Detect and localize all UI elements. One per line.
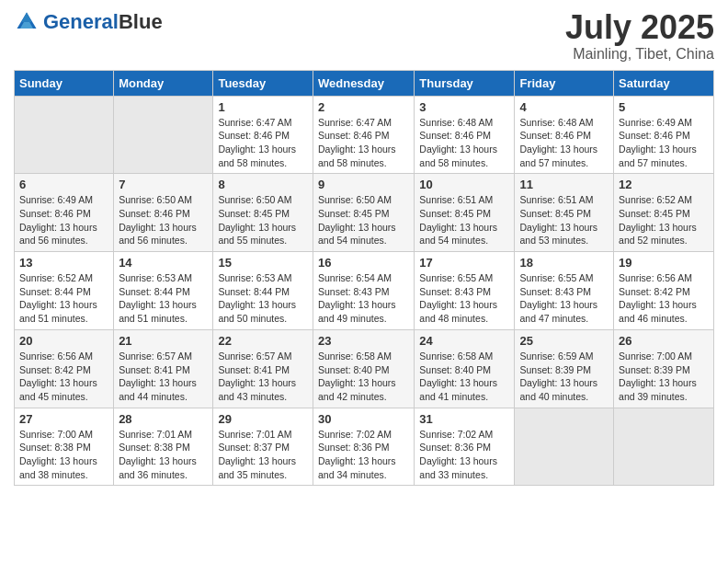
day-info: Sunrise: 6:56 AM Sunset: 8:42 PM Dayligh… (19, 350, 108, 404)
calendar-cell: 11Sunrise: 6:51 AM Sunset: 8:45 PM Dayli… (515, 174, 614, 252)
logo: GeneralBlue (14, 9, 163, 35)
calendar-cell: 28Sunrise: 7:01 AM Sunset: 8:38 PM Dayli… (114, 408, 213, 486)
page-header: GeneralBlue July 2025 Mainling, Tibet, C… (14, 9, 714, 63)
day-number: 8 (218, 178, 308, 191)
calendar-cell: 3Sunrise: 6:48 AM Sunset: 8:46 PM Daylig… (415, 96, 515, 174)
day-number: 12 (619, 178, 709, 191)
day-info: Sunrise: 6:58 AM Sunset: 8:40 PM Dayligh… (318, 350, 409, 404)
calendar-cell: 1Sunrise: 6:47 AM Sunset: 8:46 PM Daylig… (213, 96, 313, 174)
day-number: 14 (119, 256, 208, 270)
day-number: 16 (318, 256, 409, 270)
main-title: July 2025 (565, 9, 714, 46)
day-number: 22 (218, 334, 308, 348)
day-info: Sunrise: 6:56 AM Sunset: 8:42 PM Dayligh… (619, 271, 709, 326)
calendar-cell (515, 408, 614, 486)
day-number: 18 (519, 256, 609, 270)
day-info: Sunrise: 6:49 AM Sunset: 8:46 PM Dayligh… (19, 193, 108, 247)
day-header-monday: Monday (114, 70, 213, 96)
calendar-cell: 4Sunrise: 6:48 AM Sunset: 8:46 PM Daylig… (515, 96, 614, 174)
day-header-tuesday: Tuesday (213, 70, 313, 96)
day-number: 30 (318, 412, 409, 426)
day-header-row: SundayMondayTuesdayWednesdayThursdayFrid… (15, 70, 714, 96)
day-number: 2 (318, 100, 409, 114)
day-info: Sunrise: 7:02 AM Sunset: 8:36 PM Dayligh… (318, 428, 409, 482)
week-row-1: 1Sunrise: 6:47 AM Sunset: 8:46 PM Daylig… (15, 96, 714, 174)
logo-general: General (43, 10, 119, 33)
day-info: Sunrise: 6:50 AM Sunset: 8:45 PM Dayligh… (218, 193, 308, 247)
calendar-cell: 29Sunrise: 7:01 AM Sunset: 8:37 PM Dayli… (213, 408, 313, 486)
day-info: Sunrise: 6:57 AM Sunset: 8:41 PM Dayligh… (119, 350, 208, 404)
calendar-cell: 30Sunrise: 7:02 AM Sunset: 8:36 PM Dayli… (313, 408, 414, 486)
day-header-friday: Friday (515, 70, 614, 96)
day-number: 13 (19, 256, 108, 270)
calendar-cell (614, 408, 714, 486)
day-number: 17 (419, 256, 509, 270)
title-block: July 2025 Mainling, Tibet, China (565, 9, 714, 63)
day-info: Sunrise: 7:00 AM Sunset: 8:38 PM Dayligh… (19, 428, 108, 482)
calendar-cell: 20Sunrise: 6:56 AM Sunset: 8:42 PM Dayli… (15, 329, 114, 408)
calendar-cell: 12Sunrise: 6:52 AM Sunset: 8:45 PM Dayli… (614, 174, 714, 252)
day-number: 24 (419, 334, 509, 348)
day-info: Sunrise: 6:49 AM Sunset: 8:46 PM Dayligh… (619, 116, 709, 170)
day-number: 15 (218, 256, 308, 270)
day-header-saturday: Saturday (614, 70, 714, 96)
day-number: 11 (519, 178, 609, 191)
logo-text: GeneralBlue (43, 12, 163, 32)
day-info: Sunrise: 6:51 AM Sunset: 8:45 PM Dayligh… (519, 193, 609, 247)
day-info: Sunrise: 6:52 AM Sunset: 8:44 PM Dayligh… (19, 271, 108, 326)
calendar-cell: 15Sunrise: 6:53 AM Sunset: 8:44 PM Dayli… (213, 252, 313, 330)
day-info: Sunrise: 6:51 AM Sunset: 8:45 PM Dayligh… (419, 193, 509, 247)
calendar-cell: 17Sunrise: 6:55 AM Sunset: 8:43 PM Dayli… (415, 252, 515, 330)
calendar-cell: 16Sunrise: 6:54 AM Sunset: 8:43 PM Dayli… (313, 252, 414, 330)
day-info: Sunrise: 6:47 AM Sunset: 8:46 PM Dayligh… (218, 116, 308, 170)
day-number: 29 (218, 412, 308, 426)
calendar-cell: 21Sunrise: 6:57 AM Sunset: 8:41 PM Dayli… (114, 329, 213, 408)
day-info: Sunrise: 6:48 AM Sunset: 8:46 PM Dayligh… (519, 116, 609, 170)
calendar-cell: 5Sunrise: 6:49 AM Sunset: 8:46 PM Daylig… (614, 96, 714, 174)
day-info: Sunrise: 7:00 AM Sunset: 8:39 PM Dayligh… (619, 350, 709, 404)
calendar-header: SundayMondayTuesdayWednesdayThursdayFrid… (15, 70, 714, 96)
day-info: Sunrise: 6:55 AM Sunset: 8:43 PM Dayligh… (519, 271, 609, 326)
day-number: 31 (419, 412, 509, 426)
day-info: Sunrise: 7:01 AM Sunset: 8:38 PM Dayligh… (119, 428, 208, 482)
day-number: 19 (619, 256, 709, 270)
day-number: 21 (119, 334, 208, 348)
calendar-cell: 23Sunrise: 6:58 AM Sunset: 8:40 PM Dayli… (313, 329, 414, 408)
calendar-cell: 19Sunrise: 6:56 AM Sunset: 8:42 PM Dayli… (614, 252, 714, 330)
day-info: Sunrise: 6:59 AM Sunset: 8:39 PM Dayligh… (519, 350, 609, 404)
day-info: Sunrise: 6:50 AM Sunset: 8:46 PM Dayligh… (119, 193, 208, 247)
logo-icon (14, 9, 40, 35)
day-number: 27 (19, 412, 108, 426)
svg-marker-2 (21, 13, 31, 23)
calendar-cell: 31Sunrise: 7:02 AM Sunset: 8:36 PM Dayli… (415, 408, 515, 486)
day-info: Sunrise: 6:57 AM Sunset: 8:41 PM Dayligh… (218, 350, 308, 404)
calendar-cell: 7Sunrise: 6:50 AM Sunset: 8:46 PM Daylig… (114, 174, 213, 252)
calendar-cell: 22Sunrise: 6:57 AM Sunset: 8:41 PM Dayli… (213, 329, 313, 408)
day-info: Sunrise: 6:48 AM Sunset: 8:46 PM Dayligh… (419, 116, 509, 170)
day-info: Sunrise: 6:50 AM Sunset: 8:45 PM Dayligh… (318, 193, 409, 247)
week-row-3: 13Sunrise: 6:52 AM Sunset: 8:44 PM Dayli… (15, 252, 714, 330)
calendar-body: 1Sunrise: 6:47 AM Sunset: 8:46 PM Daylig… (15, 96, 714, 486)
calendar-cell: 13Sunrise: 6:52 AM Sunset: 8:44 PM Dayli… (15, 252, 114, 330)
calendar-cell: 24Sunrise: 6:58 AM Sunset: 8:40 PM Dayli… (415, 329, 515, 408)
calendar-cell: 6Sunrise: 6:49 AM Sunset: 8:46 PM Daylig… (15, 174, 114, 252)
day-info: Sunrise: 6:58 AM Sunset: 8:40 PM Dayligh… (419, 350, 509, 404)
week-row-2: 6Sunrise: 6:49 AM Sunset: 8:46 PM Daylig… (15, 174, 714, 252)
calendar-cell (114, 96, 213, 174)
day-number: 25 (519, 334, 609, 348)
day-header-wednesday: Wednesday (313, 70, 414, 96)
day-info: Sunrise: 6:47 AM Sunset: 8:46 PM Dayligh… (318, 116, 409, 170)
day-header-sunday: Sunday (15, 70, 114, 96)
day-number: 3 (419, 100, 509, 114)
week-row-5: 27Sunrise: 7:00 AM Sunset: 8:38 PM Dayli… (15, 408, 714, 486)
day-number: 20 (19, 334, 108, 348)
calendar-cell: 26Sunrise: 7:00 AM Sunset: 8:39 PM Dayli… (614, 329, 714, 408)
calendar-cell: 2Sunrise: 6:47 AM Sunset: 8:46 PM Daylig… (313, 96, 414, 174)
calendar-cell (15, 96, 114, 174)
sub-title: Mainling, Tibet, China (565, 46, 714, 63)
day-info: Sunrise: 6:53 AM Sunset: 8:44 PM Dayligh… (119, 271, 208, 326)
day-number: 6 (19, 178, 108, 191)
calendar-cell: 8Sunrise: 6:50 AM Sunset: 8:45 PM Daylig… (213, 174, 313, 252)
calendar-cell: 14Sunrise: 6:53 AM Sunset: 8:44 PM Dayli… (114, 252, 213, 330)
day-number: 1 (218, 100, 308, 114)
